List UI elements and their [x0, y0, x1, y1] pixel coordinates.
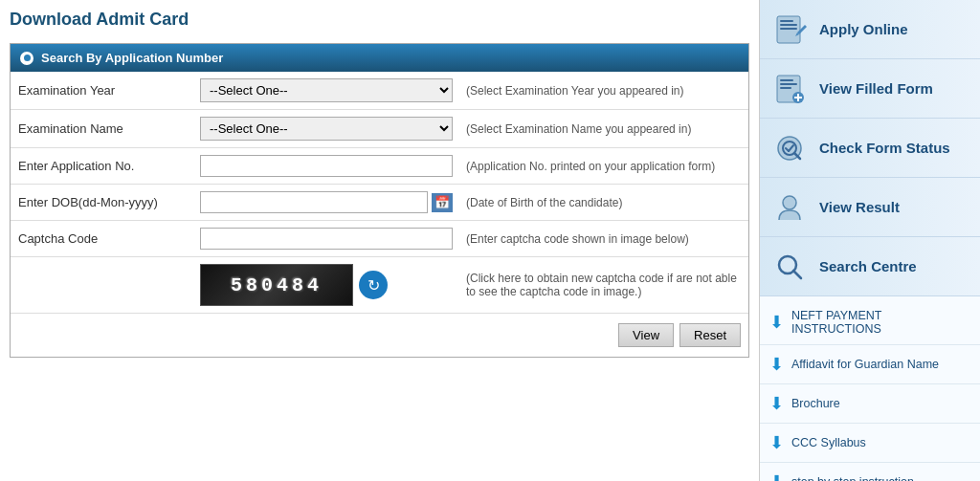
dob-hint: (Date of Birth of the candidate) [460, 185, 748, 221]
dob-input[interactable] [200, 191, 428, 213]
apply-online-label: Apply Online [819, 21, 908, 37]
sidebar-links: ⬇ NEFT PAYMENT INSTRUCTIONS ⬇ Affidavit … [760, 296, 980, 481]
sidebar-link-brochure[interactable]: ⬇ Brochure [760, 384, 980, 424]
examination-name-hint: (Select Examination Name you appeared in… [460, 110, 748, 148]
search-header-label: Search By Application Number [41, 51, 223, 65]
check-form-status-icon [769, 128, 810, 168]
download-arrow-neft: ⬇ [769, 312, 784, 333]
examination-year-row: Examination Year --Select One-- (Select … [11, 72, 748, 110]
examination-year-label: Examination Year [11, 72, 192, 110]
sidebar-item-apply-online[interactable]: Apply Online [760, 0, 980, 59]
neft-link-label: NEFT PAYMENT INSTRUCTIONS [791, 309, 970, 336]
download-arrow-affidavit: ⬇ [769, 354, 784, 375]
captcha-code-label: Captcha Code [11, 221, 192, 257]
search-header: Search By Application Number [11, 44, 748, 72]
search-section: Search By Application Number Examination… [10, 43, 749, 358]
download-arrow-step: ⬇ [769, 471, 784, 481]
captcha-code-hint: (Enter captcha code shown in image below… [460, 221, 748, 257]
examination-year-select[interactable]: --Select One-- [200, 78, 453, 102]
step-instruction-link-label: step by step instruction [791, 475, 914, 481]
sidebar-link-ccc-syllabus[interactable]: ⬇ CCC Syllabus [760, 424, 980, 463]
examination-name-row: Examination Name --Select One-- (Select … [11, 110, 748, 148]
reset-button[interactable]: Reset [679, 323, 741, 347]
application-no-input[interactable] [200, 155, 453, 177]
captcha-image: 580484 [200, 264, 353, 306]
view-result-icon [769, 187, 810, 228]
application-no-row: Enter Application No. (Application No. p… [11, 148, 748, 185]
search-centre-label: Search Centre [819, 258, 917, 274]
captcha-refresh-button[interactable]: ↻ [359, 271, 388, 299]
svg-rect-9 [780, 87, 791, 89]
sidebar-item-view-filled-form[interactable]: View Filled Form [760, 59, 980, 119]
download-arrow-ccc: ⬇ [769, 432, 784, 453]
ccc-syllabus-link-label: CCC Syllabus [791, 436, 866, 449]
captcha-image-row: 580484 ↻ (Click here to obtain new captc… [11, 257, 748, 314]
page-title: Download Admit Card [10, 10, 749, 33]
sidebar-item-view-result[interactable]: View Result [760, 178, 980, 237]
svg-rect-8 [780, 83, 797, 85]
apply-online-icon [769, 10, 810, 50]
captcha-note: (Click here to obtain new captcha code i… [460, 257, 748, 314]
dob-row: Enter DOB(dd-Mon-yyyy) 📅 (Date of Birth … [11, 185, 748, 221]
svg-rect-1 [780, 20, 793, 22]
svg-point-18 [783, 196, 796, 209]
examination-year-hint: (Select Examination Year you appeared in… [460, 72, 748, 110]
svg-rect-2 [780, 24, 797, 26]
examination-name-select[interactable]: --Select One-- [200, 117, 453, 141]
application-no-hint: (Application No. printed on your applica… [460, 148, 748, 185]
captcha-code-input[interactable] [200, 228, 453, 250]
check-form-status-label: Check Form Status [819, 140, 950, 156]
examination-name-label: Examination Name [11, 110, 192, 148]
view-filled-form-label: View Filled Form [819, 80, 933, 97]
brochure-link-label: Brochure [791, 397, 840, 410]
form-table: Examination Year --Select One-- (Select … [11, 72, 748, 314]
radio-indicator [20, 52, 33, 65]
view-result-label: View Result [819, 199, 900, 215]
sidebar-link-neft[interactable]: ⬇ NEFT PAYMENT INSTRUCTIONS [760, 300, 980, 345]
application-no-label: Enter Application No. [11, 148, 192, 185]
sidebar-link-affidavit[interactable]: ⬇ Affidavit for Guardian Name [760, 345, 980, 384]
search-centre-icon [769, 247, 810, 287]
sidebar-item-search-centre[interactable]: Search Centre [760, 237, 980, 296]
svg-line-20 [793, 271, 801, 278]
affidavit-link-label: Affidavit for Guardian Name [791, 358, 939, 371]
sidebar: Apply Online View Filled Form [760, 0, 980, 481]
form-buttons: View Reset [11, 314, 748, 357]
svg-rect-3 [780, 28, 797, 30]
view-filled-form-icon [769, 69, 810, 109]
sidebar-item-check-form-status[interactable]: Check Form Status [760, 119, 980, 178]
svg-rect-7 [780, 79, 793, 81]
download-arrow-brochure: ⬇ [769, 393, 784, 414]
sidebar-link-step-instruction[interactable]: ⬇ step by step instruction [760, 463, 980, 481]
calendar-icon[interactable]: 📅 [432, 193, 453, 212]
view-button[interactable]: View [618, 323, 674, 347]
captcha-code-row: Captcha Code (Enter captcha code shown i… [11, 221, 748, 257]
dob-label: Enter DOB(dd-Mon-yyyy) [11, 185, 192, 221]
